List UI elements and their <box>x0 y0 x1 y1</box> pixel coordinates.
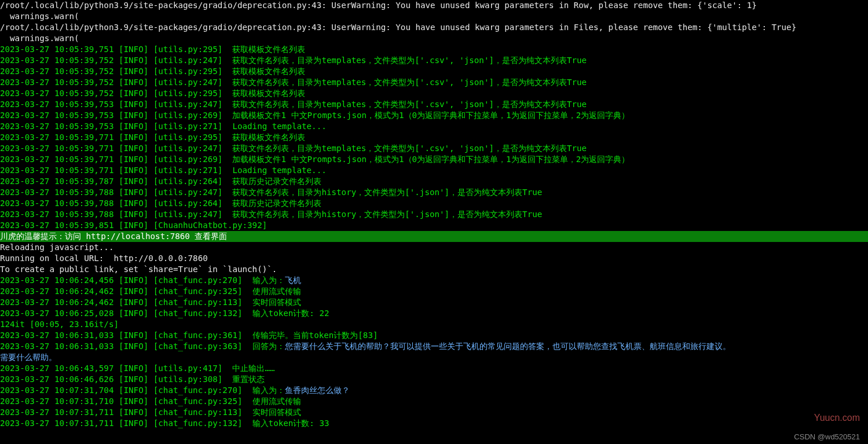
terminal-line: warnings.warn( <box>0 33 868 44</box>
terminal-line: 2023-03-27 10:05:39,771 [INFO] [utils.py… <box>0 143 868 154</box>
terminal-line: 2023-03-27 10:06:25,028 [INFO] [chat_fun… <box>0 308 868 319</box>
terminal-line: 2023-03-27 10:05:39,788 [INFO] [utils.py… <box>0 187 868 198</box>
terminal-line: 124it [00:05, 23.16it/s] <box>0 319 868 330</box>
terminal-line: 2023-03-27 10:06:24,462 [INFO] [chat_fun… <box>0 286 868 297</box>
terminal-line: 2023-03-27 10:05:39,751 [INFO] [utils.py… <box>0 44 868 55</box>
terminal-line: 2023-03-27 10:07:31,710 [INFO] [chat_fun… <box>0 396 868 407</box>
terminal-line: 2023-03-27 10:05:39,788 [INFO] [utils.py… <box>0 198 868 209</box>
terminal-line: 2023-03-27 10:05:39,753 [INFO] [utils.py… <box>0 99 868 110</box>
terminal-line: 2023-03-27 10:05:39,787 [INFO] [utils.py… <box>0 176 868 187</box>
terminal-line: 2023-03-27 10:06:31,033 [INFO] [chat_fun… <box>0 330 868 341</box>
terminal-output[interactable]: /root/.local/lib/python3.9/site-packages… <box>0 0 868 429</box>
terminal-line: 2023-03-27 10:05:39,753 [INFO] [utils.py… <box>0 121 868 132</box>
user-input-2: 鱼香肉丝怎么做？ <box>285 386 350 395</box>
terminal-line: 2023-03-27 10:05:39,752 [INFO] [utils.py… <box>0 88 868 99</box>
terminal-line: 2023-03-27 10:06:24,462 [INFO] [chat_fun… <box>0 297 868 308</box>
user-input-1: 飞机 <box>285 276 301 285</box>
terminal-line: 2023-03-27 10:07:31,711 [INFO] [chat_fun… <box>0 418 868 429</box>
terminal-line: /root/.local/lib/python3.9/site-packages… <box>0 0 868 11</box>
bot-answer-1: 您需要什么关于飞机的帮助？我可以提供一些关于飞机的常见问题的答案，也可以帮助您查… <box>285 342 731 351</box>
watermark-site: Yuucn.com <box>814 413 860 423</box>
terminal-line: 2023-03-27 10:06:24,456 [INFO] [chat_fun… <box>0 275 868 286</box>
terminal-line: 2023-03-27 10:05:39,753 [INFO] [utils.py… <box>0 110 868 121</box>
launch-banner: 川虎的温馨提示：访问 http://localhost:7860 查看界面 <box>0 231 868 242</box>
terminal-line: 2023-03-27 10:06:43,597 [INFO] [utils.py… <box>0 363 868 374</box>
terminal-line: 2023-03-27 10:05:39,752 [INFO] [utils.py… <box>0 55 868 66</box>
terminal-line: 2023-03-27 10:06:31,033 [INFO] [chat_fun… <box>0 341 868 352</box>
terminal-line: 2023-03-27 10:07:31,711 [INFO] [chat_fun… <box>0 407 868 418</box>
terminal-line: Reloading javascript... <box>0 242 868 253</box>
terminal-line: 2023-03-27 10:05:39,752 [INFO] [utils.py… <box>0 66 868 77</box>
terminal-line: 2023-03-27 10:05:39,771 [INFO] [utils.py… <box>0 132 868 143</box>
terminal-line: 2023-03-27 10:05:39,851 [INFO] [ChuanhuC… <box>0 220 868 231</box>
terminal-line: 2023-03-27 10:06:46,626 [INFO] [utils.py… <box>0 374 868 385</box>
terminal-line: Running on local URL: http://0.0.0.0:786… <box>0 253 868 264</box>
terminal-line: 2023-03-27 10:05:39,752 [INFO] [utils.py… <box>0 77 868 88</box>
terminal-line: 2023-03-27 10:05:39,771 [INFO] [utils.py… <box>0 165 868 176</box>
terminal-line: To create a public link, set `share=True… <box>0 264 868 275</box>
watermark-csdn: CSDN @wd520521 <box>794 432 860 441</box>
terminal-line: warnings.warn( <box>0 11 868 22</box>
terminal-line: 需要什么帮助。 <box>0 352 868 363</box>
terminal-line: /root/.local/lib/python3.9/site-packages… <box>0 22 868 33</box>
terminal-line: 2023-03-27 10:05:39,788 [INFO] [utils.py… <box>0 209 868 220</box>
terminal-line: 2023-03-27 10:05:39,771 [INFO] [utils.py… <box>0 154 868 165</box>
terminal-line: 2023-03-27 10:07:31,704 [INFO] [chat_fun… <box>0 385 868 396</box>
